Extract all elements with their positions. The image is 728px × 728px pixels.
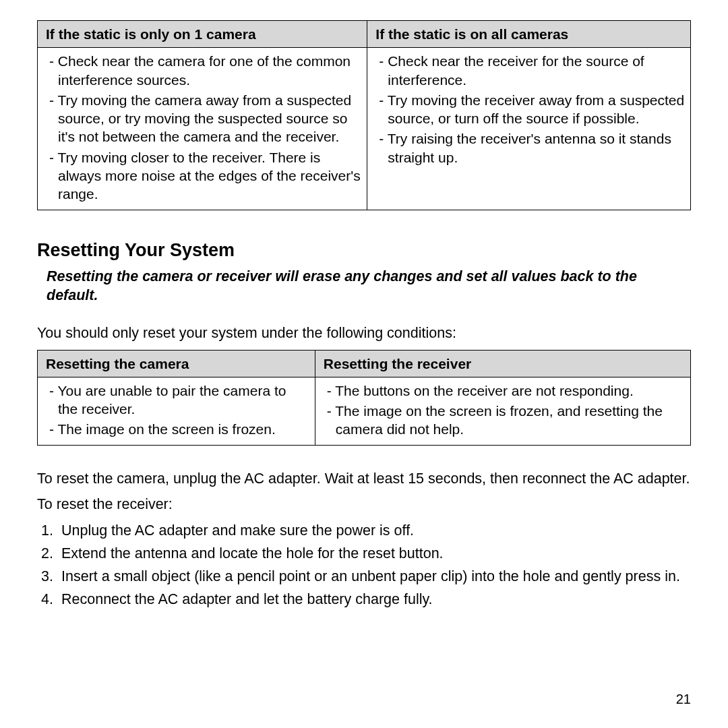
list-item: Check near the receiver for the source o…	[374, 52, 685, 89]
list-item: Insert a small object (like a pencil poi…	[37, 567, 691, 586]
table1-cell-left: Check near the camera for one of the com…	[38, 48, 367, 210]
list-item: You are unable to pair the camera to the…	[44, 382, 309, 419]
list-item: Try moving closer to the receiver. There…	[44, 148, 361, 204]
table2-header-left: Resetting the camera	[38, 350, 315, 377]
reset-conditions-table: Resetting the camera Resetting the recei…	[37, 350, 691, 446]
list-item: The image on the screen is frozen.	[44, 420, 309, 438]
list-item: Unplug the AC adapter and make sure the …	[37, 521, 691, 541]
table1-cell-right: Check near the receiver for the source o…	[367, 48, 691, 210]
reset-warning-note: Resetting the camera or receiver will er…	[47, 268, 691, 305]
list-item: Check near the camera for one of the com…	[44, 52, 361, 89]
reset-receiver-intro: To reset the receiver:	[37, 495, 691, 514]
static-troubleshoot-table: If the static is only on 1 camera If the…	[37, 20, 691, 210]
table2-cell-left: You are unable to pair the camera to the…	[38, 377, 315, 445]
reset-conditions-intro: You should only reset your system under …	[37, 324, 691, 343]
table1-header-left: If the static is only on 1 camera	[38, 21, 367, 48]
page-number: 21	[676, 690, 691, 708]
list-item: The buttons on the receiver are not resp…	[322, 382, 685, 400]
list-item: Extend the antenna and locate the hole f…	[37, 544, 691, 564]
section-heading: Resetting Your System	[37, 239, 691, 262]
table1-header-right: If the static is on all cameras	[367, 21, 691, 48]
table2-header-right: Resetting the receiver	[315, 350, 690, 377]
list-item: Try moving the receiver away from a susp…	[374, 91, 685, 128]
reset-camera-instruction: To reset the camera, unplug the AC adapt…	[37, 470, 691, 489]
list-item: Reconnect the AC adapter and let the bat…	[37, 590, 691, 609]
table2-cell-right: The buttons on the receiver are not resp…	[315, 377, 690, 445]
reset-receiver-steps: Unplug the AC adapter and make sure the …	[37, 521, 691, 609]
list-item: The image on the screen is frozen, and r…	[322, 402, 685, 439]
list-item: Try raising the receiver's antenna so it…	[374, 129, 685, 166]
list-item: Try moving the camera away from a suspec…	[44, 91, 361, 146]
